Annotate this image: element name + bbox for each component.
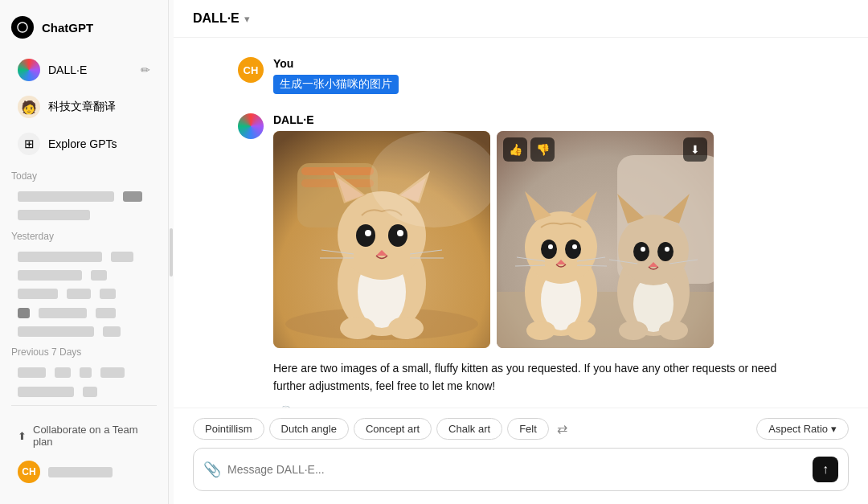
edit-icon[interactable]: ✏ <box>141 64 150 76</box>
user-avatar: CH <box>18 461 40 483</box>
dalle-avatar-chat <box>238 113 264 139</box>
svg-point-12 <box>356 224 375 247</box>
sidebar-logo-row[interactable]: ChatGPT <box>0 10 168 45</box>
svg-point-50 <box>641 247 645 252</box>
download-button[interactable]: ⬇ <box>683 137 707 162</box>
generated-image-1 <box>273 131 490 348</box>
sidebar-item-explore[interactable]: ⊞ Explore GPTs <box>6 126 162 162</box>
svg-point-41 <box>526 321 555 340</box>
style-chip-chalk-art[interactable]: Chalk art <box>436 418 502 440</box>
section-yesterday: Yesterday <box>0 223 168 245</box>
svg-point-56 <box>659 321 688 340</box>
style-chip-concept-art[interactable]: Concept art <box>354 418 432 440</box>
svg-point-51 <box>665 247 669 252</box>
user-name: You <box>273 57 804 70</box>
header-chevron-icon[interactable]: ▾ <box>244 13 250 25</box>
chatgpt-logo-icon <box>11 16 34 39</box>
aspect-ratio-chevron: ▾ <box>831 423 837 435</box>
svg-point-22 <box>388 317 424 339</box>
input-area: Pointillism Dutch angle Concept art Chal… <box>174 408 868 504</box>
svg-point-48 <box>633 242 649 261</box>
aspect-ratio-button[interactable]: Aspect Ratio ▾ <box>756 418 849 440</box>
svg-point-55 <box>619 321 648 340</box>
svg-point-42 <box>567 321 596 340</box>
thumbs-down-button[interactable]: 👎 <box>530 137 555 162</box>
svg-rect-3 <box>301 167 374 175</box>
send-button[interactable]: ↑ <box>813 457 838 482</box>
style-chips-row: Pointillism Dutch angle Concept art Chal… <box>193 418 849 440</box>
dalle-message-content: DALL·E <box>273 113 804 408</box>
svg-point-14 <box>365 230 371 236</box>
user-name-blurred <box>48 467 113 477</box>
chat-item[interactable] <box>6 246 162 263</box>
upgrade-icon: ⬆ <box>18 430 27 442</box>
sidebar-divider <box>11 405 157 406</box>
thumbs-up-button[interactable]: 👍 <box>503 137 527 162</box>
sidebar-item-dalle[interactable]: DALL·E ✏ <box>6 52 162 88</box>
user-avatar-chat: CH <box>238 57 264 83</box>
chat-item[interactable] <box>6 204 162 221</box>
attach-button[interactable]: 📎 <box>203 461 221 478</box>
chat-input-row: 📎 ↑ <box>193 448 849 491</box>
chat-item[interactable] <box>6 283 162 300</box>
chat-item[interactable] <box>6 362 162 379</box>
translate-nav-label: 科技文章翻译 <box>48 100 116 114</box>
scroll-indicator <box>170 228 173 277</box>
svg-point-33 <box>565 240 581 259</box>
svg-point-21 <box>340 317 375 339</box>
chat-header: DALL·E ▾ <box>174 0 868 38</box>
collab-text: Collaborate on a Team plan <box>33 424 150 448</box>
explore-nav-icon: ⊞ <box>18 133 40 155</box>
dalle-nav-icon <box>18 59 40 81</box>
chat-area: CH You 生成一张小猫咪的图片 DALL·E <box>174 38 868 408</box>
user-message-content: You 生成一张小猫咪的图片 <box>273 57 804 94</box>
sidebar-bottom: ⬆ Collaborate on a Team plan CH <box>0 412 168 494</box>
svg-point-35 <box>572 244 577 249</box>
sidebar-user[interactable]: CH <box>11 456 157 488</box>
image-overlay-buttons: 👍 👎 <box>503 137 555 162</box>
svg-point-34 <box>548 244 553 249</box>
dalle-response-text: Here are two images of a small, fluffy k… <box>273 359 804 395</box>
chat-item[interactable] <box>6 264 162 281</box>
translate-nav-icon: 🧑 <box>18 96 40 118</box>
app-name: ChatGPT <box>42 21 93 35</box>
svg-point-13 <box>388 224 407 247</box>
aspect-ratio-label: Aspect Ratio <box>768 423 828 435</box>
section-prev7days: Previous 7 Days <box>0 338 168 361</box>
shuffle-button[interactable]: ⇄ <box>554 418 571 440</box>
main-area: DALL·E ▾ CH You 生成一张小猫咪的图片 DALL·E <box>174 0 868 504</box>
user-message-row: CH You 生成一张小猫咪的图片 <box>238 57 804 94</box>
sidebar-item-translate[interactable]: 🧑 科技文章翻译 <box>6 89 162 125</box>
style-chip-dutch-angle[interactable]: Dutch angle <box>269 418 349 440</box>
style-chip-pointillism[interactable]: Pointillism <box>193 418 264 440</box>
sidebar: ChatGPT DALL·E ✏ 🧑 科技文章翻译 ⊞ Explore GPTs… <box>0 0 169 504</box>
chat-item[interactable] <box>6 186 162 203</box>
svg-point-29 <box>525 211 597 284</box>
svg-point-15 <box>397 230 403 236</box>
chat-item[interactable] <box>6 302 162 319</box>
style-chip-felt[interactable]: Felt <box>507 418 549 440</box>
dalle-name: DALL·E <box>273 113 804 126</box>
svg-point-32 <box>541 240 557 259</box>
dalle-nav-label: DALL·E <box>48 64 87 76</box>
chat-item[interactable] <box>6 381 162 398</box>
user-prompt: 生成一张小猫咪的图片 <box>273 75 399 94</box>
chat-item[interactable] <box>6 321 162 338</box>
explore-nav-label: Explore GPTs <box>48 137 117 150</box>
svg-point-45 <box>618 215 689 285</box>
dalle-message-row: DALL·E <box>238 113 804 408</box>
section-today: Today <box>0 162 168 185</box>
svg-point-49 <box>657 242 674 261</box>
generated-images-row: 👍 👎 ⬇ <box>273 131 804 348</box>
generated-image-2: 👍 👎 ⬇ <box>497 131 714 348</box>
chat-input[interactable] <box>227 463 806 476</box>
collab-banner[interactable]: ⬆ Collaborate on a Team plan <box>11 419 157 453</box>
chat-title: DALL·E <box>193 11 240 26</box>
